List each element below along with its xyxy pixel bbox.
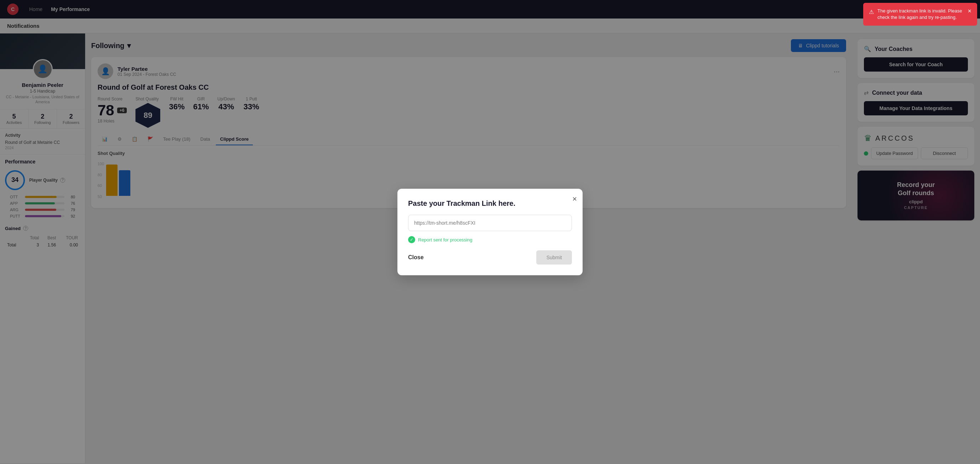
error-toast: ⚠ The given trackman link is invalid. Pl…	[863, 3, 977, 25]
modal-success-icon: ✓	[408, 236, 415, 243]
modal-footer: Close Submit	[408, 250, 572, 265]
toast-warning-icon: ⚠	[869, 8, 874, 16]
modal-title: Paste your Trackman Link here.	[408, 199, 572, 208]
modal-close-x-button[interactable]: ×	[572, 194, 577, 204]
trackman-modal: Paste your Trackman Link here. × ✓ Repor…	[398, 189, 582, 275]
toast-close-button[interactable]: ×	[967, 8, 972, 14]
modal-success-row: ✓ Report sent for processing	[408, 236, 572, 243]
toast-message: The given trackman link is invalid. Plea…	[877, 8, 964, 21]
modal-close-button[interactable]: Close	[408, 254, 424, 261]
modal-success-text: Report sent for processing	[418, 237, 472, 243]
trackman-link-input[interactable]	[408, 215, 572, 231]
modal-submit-button[interactable]: Submit	[536, 250, 572, 265]
modal-overlay[interactable]: Paste your Trackman Link here. × ✓ Repor…	[0, 0, 980, 464]
